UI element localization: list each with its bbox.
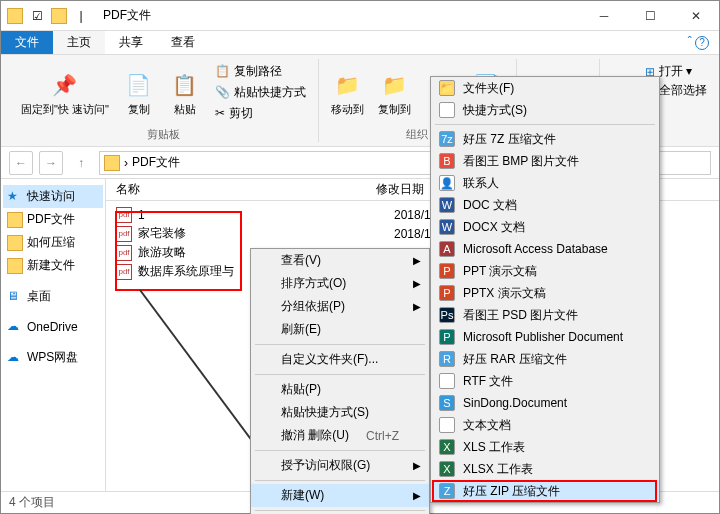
filetype-icon: R (439, 351, 455, 367)
submenu-item[interactable]: R好压 RAR 压缩文件 (431, 348, 659, 370)
submenu-item[interactable]: PPPTX 演示文稿 (431, 282, 659, 304)
ctx-grant[interactable]: 授予访问权限(G)▶ (251, 454, 429, 477)
filetype-icon: P (439, 263, 455, 279)
nav-pdf[interactable]: PDF文件 (3, 208, 103, 231)
nav-wps[interactable]: ☁WPS网盘 (3, 346, 103, 369)
file-name: 1 (138, 208, 388, 222)
submenu-item[interactable]: XXLS 工作表 (431, 436, 659, 458)
filetype-icon: X (439, 439, 455, 455)
ribbon-toggle[interactable]: ˆ ? (678, 31, 719, 54)
ctx-view[interactable]: 查看(V)▶ (251, 249, 429, 272)
tab-home[interactable]: 主页 (53, 31, 105, 54)
qat-checkbox[interactable]: ☑ (29, 8, 45, 24)
col-date[interactable]: 修改日期 (376, 181, 424, 198)
window-title: PDF文件 (95, 7, 581, 24)
submenu-label: Microsoft Publisher Document (463, 330, 623, 344)
submenu-item[interactable]: 7z好压 7Z 压缩文件 (431, 128, 659, 150)
ctx-sort[interactable]: 排序方式(O)▶ (251, 272, 429, 295)
copy-button[interactable]: 📄复制 (119, 59, 159, 125)
submenu-item[interactable]: 👤联系人 (431, 172, 659, 194)
nav-onedrive[interactable]: ☁OneDrive (3, 316, 103, 338)
ctx-paste[interactable]: 粘贴(P) (251, 378, 429, 401)
ctx-group[interactable]: 分组依据(P)▶ (251, 295, 429, 318)
tab-file[interactable]: 文件 (1, 31, 53, 54)
qat-dropdown[interactable] (51, 8, 67, 24)
submenu-label: 联系人 (463, 175, 499, 192)
submenu-label: 看图王 BMP 图片文件 (463, 153, 579, 170)
context-menu: 查看(V)▶ 排序方式(O)▶ 分组依据(P)▶ 刷新(E) 自定义文件夹(F)… (250, 248, 430, 514)
back-button[interactable]: ← (9, 151, 33, 175)
submenu-item[interactable]: B看图王 BMP 图片文件 (431, 150, 659, 172)
filetype-icon: ≡ (439, 417, 455, 433)
submenu-item[interactable]: ↗快捷方式(S) (431, 99, 659, 121)
submenu-label: 好压 RAR 压缩文件 (463, 351, 567, 368)
submenu-item[interactable]: PMicrosoft Publisher Document (431, 326, 659, 348)
file-name: 家宅装修 (138, 225, 388, 242)
filetype-icon: S (439, 395, 455, 411)
copyto-button[interactable]: 📁复制到 (374, 59, 415, 125)
folder-icon (104, 155, 120, 171)
ctx-undo[interactable]: 撤消 删除(U)Ctrl+Z (251, 424, 429, 447)
submenu-label: 快捷方式(S) (463, 102, 527, 119)
tab-share[interactable]: 共享 (105, 31, 157, 54)
cut-button[interactable]: ✂剪切 (211, 104, 310, 123)
submenu-item[interactable]: ≡文本文档 (431, 414, 659, 436)
folder-icon (7, 8, 23, 24)
nav-desktop[interactable]: 🖥桌面 (3, 285, 103, 308)
filetype-icon: X (439, 461, 455, 477)
submenu-label: 文本文档 (463, 417, 511, 434)
filetype-icon: ≡ (439, 373, 455, 389)
up-button[interactable]: ↑ (69, 151, 93, 175)
minimize-button[interactable]: ─ (581, 1, 627, 31)
submenu-label: RTF 文件 (463, 373, 513, 390)
submenu-item[interactable]: ≡RTF 文件 (431, 370, 659, 392)
nav-quick-access[interactable]: ★快速访问 (3, 185, 103, 208)
ctx-new[interactable]: 新建(W)▶ (251, 484, 429, 507)
filetype-icon: W (439, 197, 455, 213)
submenu-label: SinDong.Document (463, 396, 567, 410)
ctx-customize[interactable]: 自定义文件夹(F)... (251, 348, 429, 371)
submenu-item[interactable]: WDOC 文档 (431, 194, 659, 216)
clipboard-group-label: 剪贴板 (147, 125, 180, 142)
pdf-icon: pdf (116, 264, 132, 280)
submenu-item[interactable]: XXLSX 工作表 (431, 458, 659, 480)
qat-separator: | (73, 8, 89, 24)
submenu-label: 好压 ZIP 压缩文件 (463, 483, 560, 500)
tab-view[interactable]: 查看 (157, 31, 209, 54)
pin-button[interactable]: 📌固定到"快 速访问" (17, 59, 113, 125)
col-name[interactable]: 名称 (116, 181, 376, 198)
filetype-icon: P (439, 329, 455, 345)
maximize-button[interactable]: ☐ (627, 1, 673, 31)
submenu-item[interactable]: PPPT 演示文稿 (431, 260, 659, 282)
nav-newfolder[interactable]: 新建文件 (3, 254, 103, 277)
moveto-button[interactable]: 📁移动到 (327, 59, 368, 125)
filetype-icon: W (439, 219, 455, 235)
submenu-item[interactable]: Ps看图王 PSD 图片文件 (431, 304, 659, 326)
filetype-icon: A (439, 241, 455, 257)
copypath-button[interactable]: 📋复制路径 (211, 62, 310, 81)
submenu-item[interactable]: Z好压 ZIP 压缩文件 (431, 480, 659, 502)
filetype-icon: Z (439, 483, 455, 499)
ctx-refresh[interactable]: 刷新(E) (251, 318, 429, 341)
submenu-item[interactable]: 📁文件夹(F) (431, 77, 659, 99)
submenu-item[interactable]: AMicrosoft Access Database (431, 238, 659, 260)
nav-howzip[interactable]: 如何压缩 (3, 231, 103, 254)
filetype-icon: 👤 (439, 175, 455, 191)
close-button[interactable]: ✕ (673, 1, 719, 31)
breadcrumb-folder[interactable]: PDF文件 (132, 154, 180, 171)
submenu-label: DOC 文档 (463, 197, 517, 214)
submenu-item[interactable]: SSinDong.Document (431, 392, 659, 414)
ctx-pasteshortcut[interactable]: 粘贴快捷方式(S) (251, 401, 429, 424)
submenu-label: 好压 7Z 压缩文件 (463, 131, 556, 148)
submenu-label: Microsoft Access Database (463, 242, 608, 256)
submenu-label: DOCX 文档 (463, 219, 525, 236)
paste-button[interactable]: 📋粘贴 (165, 59, 205, 125)
pdf-icon: pdf (116, 207, 132, 223)
filetype-icon: 7z (439, 131, 455, 147)
pasteshortcut-button[interactable]: 📎粘贴快捷方式 (211, 83, 310, 102)
filetype-icon: 📁 (439, 80, 455, 96)
submenu-label: PPTX 演示文稿 (463, 285, 546, 302)
pdf-icon: pdf (116, 226, 132, 242)
submenu-item[interactable]: WDOCX 文档 (431, 216, 659, 238)
forward-button[interactable]: → (39, 151, 63, 175)
